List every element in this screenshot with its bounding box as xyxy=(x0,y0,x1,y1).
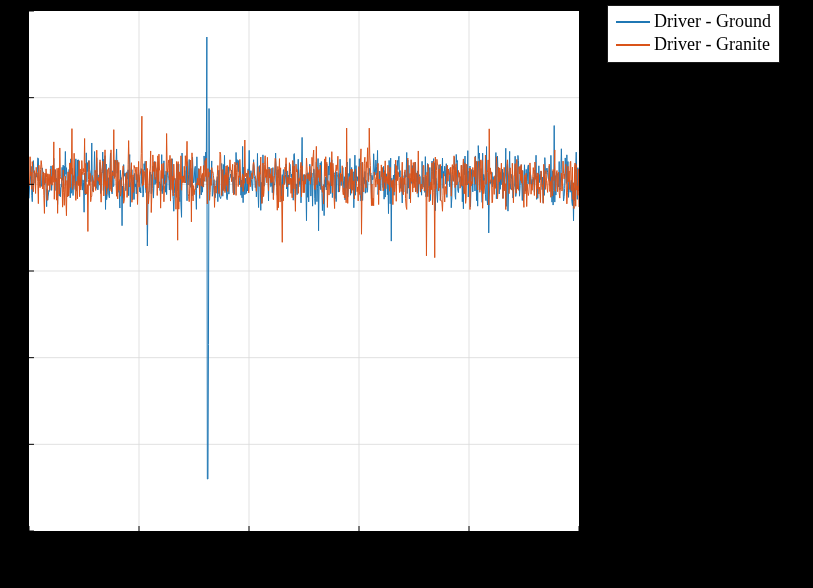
legend-label: Driver - Ground xyxy=(654,10,771,33)
chart-axes xyxy=(28,10,580,532)
series-line xyxy=(29,37,579,479)
legend-swatch-icon xyxy=(616,44,650,46)
figure-root: Driver - Ground Driver - Granite xyxy=(0,0,813,588)
chart-plot-area xyxy=(29,11,579,531)
legend-item: Driver - Ground xyxy=(616,10,771,33)
legend-label: Driver - Granite xyxy=(654,33,770,56)
chart-legend: Driver - Ground Driver - Granite xyxy=(607,5,780,63)
legend-swatch-icon xyxy=(616,21,650,23)
legend-item: Driver - Granite xyxy=(616,33,771,56)
